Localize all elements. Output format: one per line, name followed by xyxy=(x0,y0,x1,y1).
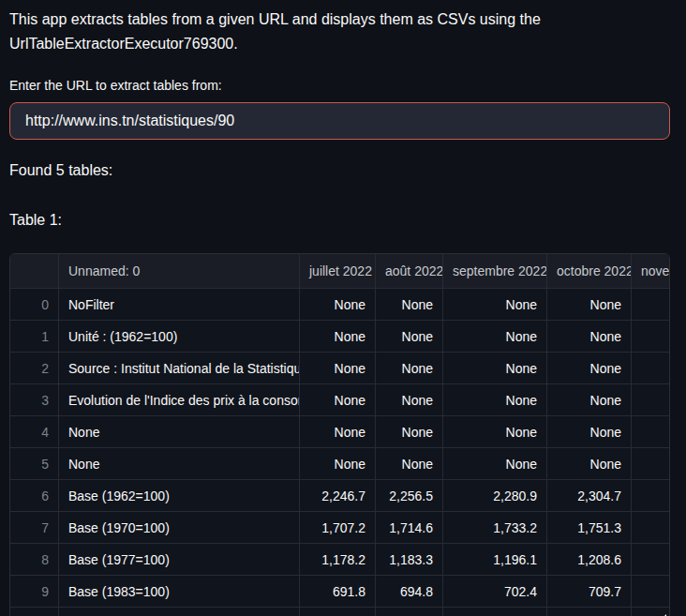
cell-value[interactable]: None xyxy=(300,448,376,480)
app-page: This app extracts tables from a given UR… xyxy=(0,0,686,616)
column-header-septembre[interactable]: septembre 2022 xyxy=(443,254,547,289)
column-header-index[interactable] xyxy=(10,254,59,289)
cell-value[interactable]: 1,733.2 xyxy=(443,512,547,544)
cell-value[interactable]: 1,208.6 xyxy=(547,544,632,576)
cell-value[interactable]: 1,707.2 xyxy=(300,512,376,544)
row-index[interactable]: 8 xyxy=(10,544,59,576)
cell-value[interactable]: None xyxy=(547,416,632,448)
cell-value[interactable]: None xyxy=(376,289,443,321)
row-index[interactable]: 1 xyxy=(10,321,59,353)
cell-value[interactable]: None xyxy=(547,448,632,480)
column-header-aout[interactable]: août 2022 xyxy=(376,254,443,289)
cell-value[interactable] xyxy=(547,608,632,616)
cell-value[interactable]: None xyxy=(376,448,443,480)
cell-value[interactable] xyxy=(632,512,670,544)
cell-label[interactable]: NoFilter xyxy=(59,289,300,321)
row-index[interactable]: 5 xyxy=(10,448,59,480)
url-input[interactable] xyxy=(9,102,670,140)
column-header-novembre[interactable]: novembre 2022 xyxy=(632,254,670,289)
table-row: 5NoneNoneNoneNoneNone xyxy=(10,448,670,480)
cell-value[interactable]: None xyxy=(443,416,547,448)
cell-label[interactable]: None xyxy=(59,448,300,480)
cell-value[interactable]: None xyxy=(300,416,376,448)
cell-label[interactable]: Base (1990=100) xyxy=(59,608,300,616)
cell-value[interactable] xyxy=(632,608,670,616)
cell-value[interactable]: None xyxy=(300,384,376,416)
intro-text: This app extracts tables from a given UR… xyxy=(9,8,670,56)
cell-value[interactable] xyxy=(300,608,376,616)
dataframe-body: 0NoFilterNoneNoneNoneNone1Unité : (1962=… xyxy=(10,289,670,616)
cell-value[interactable] xyxy=(632,384,670,416)
cell-value[interactable]: None xyxy=(300,353,376,384)
cell-label[interactable]: Source : Institut National de la Statist… xyxy=(59,353,300,384)
row-index[interactable]: 6 xyxy=(10,480,59,512)
row-index[interactable]: 2 xyxy=(10,353,59,384)
cell-label[interactable]: Base (1983=100) xyxy=(59,576,300,608)
cell-value[interactable]: 1,183.3 xyxy=(376,544,443,576)
cell-value[interactable]: 1,178.2 xyxy=(300,544,376,576)
column-header-octobre[interactable]: octobre 2022 xyxy=(547,254,632,289)
cell-value[interactable]: None xyxy=(300,321,376,353)
cell-label[interactable]: Base (1970=100) xyxy=(59,512,300,544)
cell-value[interactable]: 1,751.3 xyxy=(547,512,632,544)
cell-label[interactable]: Unité : (1962=100) xyxy=(59,321,300,353)
cell-value[interactable] xyxy=(632,353,670,384)
cell-value[interactable] xyxy=(632,416,670,448)
cell-value[interactable]: 2,280.9 xyxy=(443,480,547,512)
cell-value[interactable]: 2,256.5 xyxy=(376,480,443,512)
cell-value[interactable]: None xyxy=(376,384,443,416)
cell-value[interactable] xyxy=(443,608,547,616)
row-index[interactable]: 9 xyxy=(10,576,59,608)
cell-value[interactable]: 1,196.1 xyxy=(443,544,547,576)
cell-value[interactable] xyxy=(632,544,670,576)
cell-value[interactable]: None xyxy=(443,321,547,353)
cell-value[interactable]: None xyxy=(547,289,632,321)
column-header-juillet[interactable]: juillet 2022 xyxy=(300,254,376,289)
row-index[interactable]: 0 xyxy=(10,289,59,321)
table-row: 4NoneNoneNoneNoneNone xyxy=(10,416,670,448)
table-row: 6Base (1962=100)2,246.72,256.52,280.92,3… xyxy=(10,480,670,512)
cell-value[interactable]: 1,714.6 xyxy=(376,512,443,544)
table-row: 1Unité : (1962=100)NoneNoneNoneNone xyxy=(10,321,670,353)
cell-value[interactable]: None xyxy=(443,384,547,416)
cell-label[interactable]: Evolution de l'Indice des prix à la cons… xyxy=(59,384,300,416)
cell-value[interactable]: 2,246.7 xyxy=(300,480,376,512)
cell-value[interactable]: None xyxy=(547,353,632,384)
row-index[interactable]: 3 xyxy=(10,384,59,416)
url-label: Enter the URL to extract tables from: xyxy=(9,78,670,94)
cell-value[interactable]: 2,304.7 xyxy=(547,480,632,512)
cell-value[interactable] xyxy=(632,448,670,480)
table-row: 10Base (1990=100) xyxy=(10,608,670,616)
url-input-wrap xyxy=(9,102,670,140)
cell-label[interactable]: None xyxy=(59,416,300,448)
cell-value[interactable] xyxy=(632,289,670,321)
row-index[interactable]: 7 xyxy=(10,512,59,544)
cell-value[interactable]: None xyxy=(443,353,547,384)
cell-value[interactable]: None xyxy=(547,384,632,416)
cell-value[interactable] xyxy=(632,480,670,512)
column-header-unnamed-0[interactable]: Unnamed: 0 xyxy=(59,254,300,289)
cell-value[interactable]: None xyxy=(300,289,376,321)
cell-value[interactable] xyxy=(376,608,443,616)
table-row: 0NoFilterNoneNoneNoneNone xyxy=(10,289,670,321)
intro-line-1: This app extracts tables from a given UR… xyxy=(9,11,541,27)
table-row: 3Evolution de l'Indice des prix à la con… xyxy=(10,384,670,416)
cell-value[interactable]: 691.8 xyxy=(300,576,376,608)
cell-value[interactable] xyxy=(632,576,670,608)
cell-value[interactable]: 709.7 xyxy=(547,576,632,608)
row-index[interactable]: 10 xyxy=(10,608,59,616)
cell-value[interactable]: 694.8 xyxy=(376,576,443,608)
cell-value[interactable]: None xyxy=(443,448,547,480)
cell-value[interactable] xyxy=(632,321,670,353)
cell-value[interactable]: 702.4 xyxy=(443,576,547,608)
cell-value[interactable]: None xyxy=(376,321,443,353)
table-row: 8Base (1977=100)1,178.21,183.31,196.11,2… xyxy=(10,544,670,576)
cell-value[interactable]: None xyxy=(376,353,443,384)
cell-label[interactable]: Base (1962=100) xyxy=(59,480,300,512)
cell-value[interactable]: None xyxy=(443,289,547,321)
row-index[interactable]: 4 xyxy=(10,416,59,448)
cell-label[interactable]: Base (1977=100) xyxy=(59,544,300,576)
cell-value[interactable]: None xyxy=(376,416,443,448)
cell-value[interactable]: None xyxy=(547,321,632,353)
intro-line-2: UrlTableExtractorExecutor769300. xyxy=(9,36,238,52)
